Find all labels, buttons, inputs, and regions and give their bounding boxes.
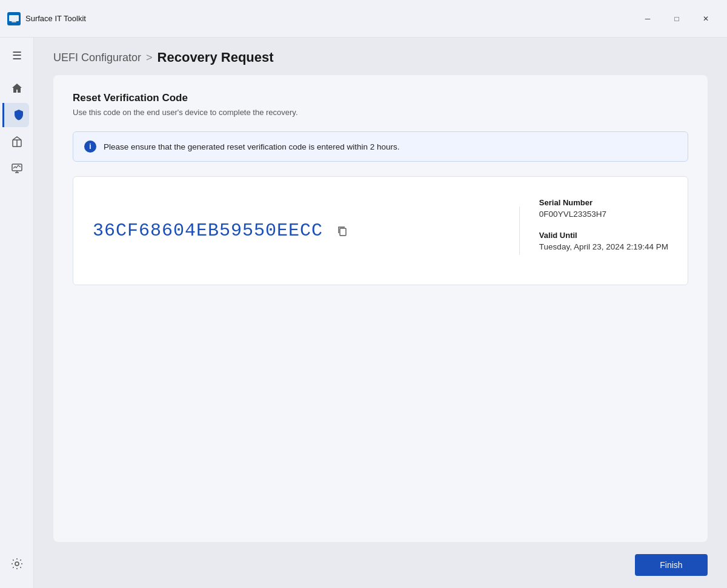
- app-title: Surface IT Toolkit: [25, 14, 86, 23]
- hamburger-icon: ☰: [12, 49, 22, 62]
- serial-number-value: 0F00YVL23353H7: [539, 210, 668, 219]
- maximize-button[interactable]: □: [663, 9, 691, 28]
- content-area: UEFI Configurator > Recovery Request Res…: [34, 38, 727, 588]
- svg-rect-1: [9, 15, 19, 21]
- minimize-button[interactable]: ─: [634, 9, 662, 28]
- info-icon: i: [84, 140, 96, 153]
- sidebar-item-home[interactable]: [5, 76, 29, 101]
- sidebar-item-packages[interactable]: [5, 130, 29, 154]
- titlebar-controls: ─ □ ✕: [634, 9, 720, 28]
- app-body: ☰: [0, 38, 727, 588]
- svg-rect-9: [340, 228, 346, 236]
- info-text: Please ensure that the generated reset v…: [104, 142, 400, 151]
- main-card: Reset Verification Code Use this code on…: [53, 75, 708, 542]
- svg-rect-2: [12, 21, 16, 22]
- section-title: Reset Verification Code: [73, 92, 688, 104]
- section-subtitle: Use this code on the end user's device t…: [73, 108, 688, 117]
- shield-icon: [13, 109, 25, 121]
- valid-until-label: Valid Until: [539, 231, 668, 240]
- package-icon: [11, 136, 23, 148]
- vertical-divider: [519, 206, 520, 255]
- hamburger-menu-button[interactable]: ☰: [6, 45, 28, 67]
- breadcrumb: UEFI Configurator > Recovery Request: [34, 38, 727, 75]
- titlebar: Surface IT Toolkit ─ □ ✕: [0, 0, 727, 38]
- copy-icon: [337, 225, 348, 236]
- breadcrumb-separator: >: [146, 51, 153, 64]
- code-section: 36CF68604EB59550EECC: [93, 220, 500, 241]
- sidebar-nav: [5, 76, 29, 552]
- app-logo-icon: [7, 12, 21, 25]
- code-card: 36CF68604EB59550EECC Serial Number 0F00Y…: [73, 176, 688, 285]
- sidebar-item-uefi[interactable]: [2, 103, 29, 127]
- verification-code: 36CF68604EB59550EECC: [93, 220, 323, 241]
- valid-until-value: Tuesday, April 23, 2024 2:19:44 PM: [539, 242, 668, 251]
- monitor-icon: [11, 162, 23, 174]
- sidebar-bottom: [5, 552, 29, 581]
- gear-icon: [11, 558, 23, 570]
- settings-button[interactable]: [5, 552, 29, 576]
- titlebar-left: Surface IT Toolkit: [7, 12, 86, 25]
- sidebar: ☰: [0, 38, 34, 588]
- close-button[interactable]: ✕: [692, 9, 720, 28]
- info-banner: i Please ensure that the generated reset…: [73, 131, 688, 162]
- breadcrumb-current: Recovery Request: [158, 50, 274, 65]
- home-icon: [11, 82, 23, 94]
- svg-point-8: [15, 562, 19, 566]
- copy-code-button[interactable]: [333, 221, 352, 240]
- code-meta: Serial Number 0F00YVL23353H7 Valid Until…: [539, 198, 668, 263]
- footer-bar: Finish: [34, 542, 727, 588]
- finish-button[interactable]: Finish: [635, 554, 708, 576]
- serial-number-label: Serial Number: [539, 198, 668, 207]
- breadcrumb-parent[interactable]: UEFI Configurator: [53, 51, 141, 64]
- sidebar-item-diagnostics[interactable]: [5, 156, 29, 180]
